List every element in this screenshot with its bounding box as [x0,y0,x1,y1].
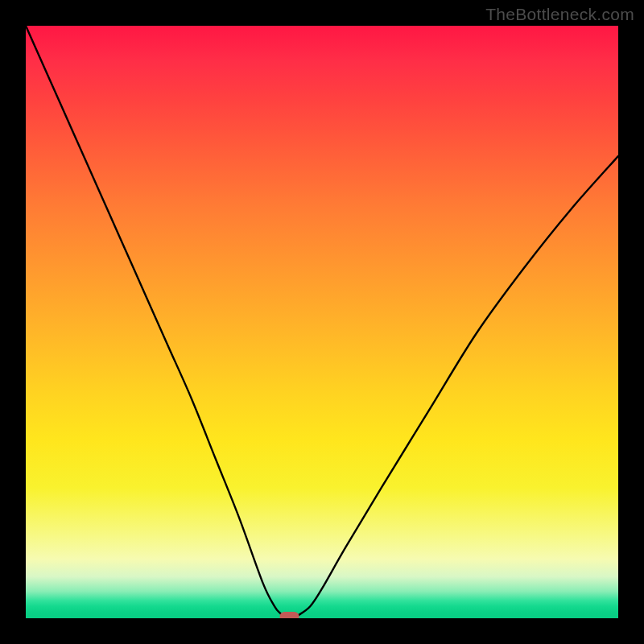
bottleneck-marker [280,612,299,618]
watermark-text: TheBottleneck.com [485,5,634,24]
bottleneck-curve [26,26,618,618]
plot-area [26,26,618,618]
outer-frame: TheBottleneck.com [0,0,644,644]
curve-layer [26,26,618,618]
